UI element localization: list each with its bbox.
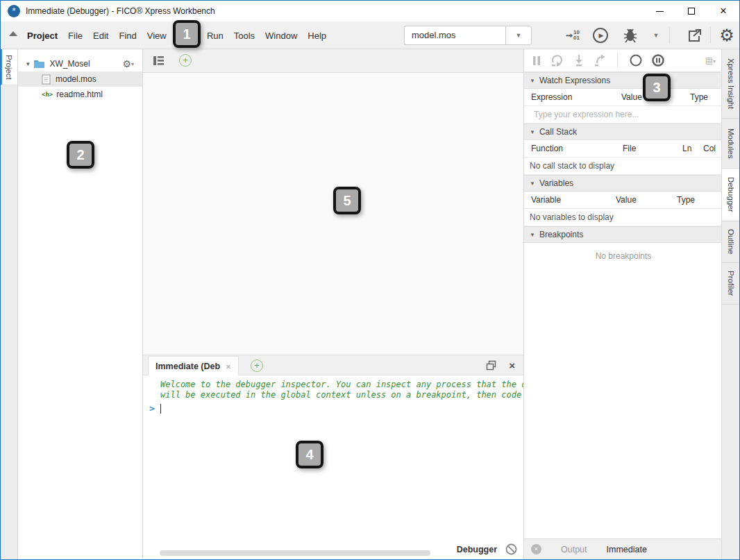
- menu-window[interactable]: Window: [265, 31, 297, 41]
- tab-outline[interactable]: Outline: [722, 221, 739, 263]
- close-icon: ×: [720, 6, 726, 17]
- collapse-menu-icon[interactable]: [9, 31, 17, 36]
- plus-icon: +: [254, 360, 260, 371]
- record-breakpoint-icon[interactable]: [629, 53, 643, 67]
- column-header: Type: [677, 195, 695, 205]
- menu-help[interactable]: Help: [308, 31, 326, 41]
- section-title: Breakpoints: [539, 230, 583, 239]
- tab-immediate-debugger[interactable]: Immediate (Deb ×: [148, 356, 239, 376]
- section-breakpoints[interactable]: ▼ Breakpoints: [524, 226, 723, 243]
- minimize-icon: [656, 11, 664, 12]
- sidebar-tab-project[interactable]: Project: [1, 49, 17, 85]
- clear-icon[interactable]: ×: [531, 544, 541, 554]
- title-bar: * Immediate (Debugger) - FICO® Xpress Wo…: [1, 1, 739, 22]
- triangle-down-icon: ▼: [530, 129, 535, 135]
- toolbar-separator: [710, 27, 711, 44]
- section-title: Call Stack: [539, 127, 577, 137]
- column-header: File: [623, 144, 636, 153]
- editor-area[interactable]: [143, 73, 523, 355]
- section-title: Watch Expressions: [539, 76, 610, 85]
- minimize-button[interactable]: [644, 1, 675, 22]
- column-header: Ln: [682, 144, 691, 153]
- console-panel[interactable]: Welcome to the debugger inspector. You c…: [143, 375, 523, 560]
- new-console-tab-button[interactable]: +: [251, 359, 263, 372]
- run-file-select[interactable]: model.mos: [404, 26, 505, 45]
- debug-button[interactable]: [619, 26, 642, 45]
- run-button[interactable]: ▶: [591, 26, 610, 45]
- tree-file-readme[interactable]: <h> readme.html: [18, 87, 142, 102]
- tab-profiler[interactable]: Profiler: [722, 263, 739, 305]
- compile-icon: ➞: [566, 31, 573, 40]
- horizontal-scrollbar[interactable]: [160, 550, 430, 556]
- restore-pane-icon[interactable]: [486, 360, 496, 371]
- debugger-toolbar: ▤▾: [524, 49, 723, 72]
- run-file-select-dropdown[interactable]: ▼: [505, 26, 532, 45]
- column-header: Variable: [531, 195, 561, 205]
- section-call-stack[interactable]: ▼ Call Stack: [524, 124, 723, 140]
- tab-output[interactable]: Output: [561, 545, 587, 554]
- section-title: Variables: [539, 178, 573, 188]
- gear-icon: ⚙: [719, 26, 734, 45]
- tab-list-icon[interactable]: [153, 56, 165, 66]
- step-into-icon[interactable]: [573, 54, 585, 67]
- project-tree-panel: ▾ XW_Mosel ⚙▾ model.mos <h> readme.html: [18, 49, 143, 559]
- settings-button[interactable]: ⚙: [716, 26, 738, 45]
- watch-expression-input[interactable]: Type your expression here...: [524, 106, 723, 124]
- project-settings-button[interactable]: ⚙▾: [122, 58, 134, 69]
- right-rail: Xpress Insight Modules Debugger Outline …: [721, 49, 739, 559]
- tab-debugger[interactable]: Debugger: [722, 169, 739, 221]
- chevron-down-icon: ▾: [131, 61, 134, 67]
- bug-icon: [622, 28, 639, 43]
- step-out-icon[interactable]: [594, 54, 606, 67]
- share-icon: [687, 28, 703, 42]
- panel-menu-icon[interactable]: ▤▾: [705, 56, 716, 65]
- menu-project[interactable]: Project: [27, 31, 58, 41]
- section-variables[interactable]: ▼ Variables: [524, 175, 723, 192]
- pause-on-exception-icon[interactable]: [651, 53, 665, 67]
- console-tab-bar: Immediate (Deb × + ×: [143, 355, 523, 375]
- column-header: Col: [703, 144, 716, 153]
- step-over-icon[interactable]: [550, 54, 564, 67]
- new-tab-button[interactable]: +: [179, 54, 192, 67]
- triangle-down-icon: ▼: [530, 232, 535, 238]
- tab-xpress-insight[interactable]: Xpress Insight: [722, 49, 739, 119]
- annotation-mark-5: 5: [333, 187, 361, 214]
- maximize-button[interactable]: [675, 1, 707, 22]
- section-watch-expressions[interactable]: ▼ Watch Expressions: [524, 72, 723, 89]
- menu-view[interactable]: View: [147, 31, 167, 41]
- debug-options-dropdown[interactable]: ▼: [649, 26, 663, 45]
- breakpoints-empty-message: No breakpoints: [524, 243, 723, 271]
- close-button[interactable]: ×: [707, 1, 739, 22]
- menu-tools[interactable]: Tools: [234, 31, 255, 41]
- close-pane-icon[interactable]: ×: [509, 360, 515, 371]
- folder-icon: [33, 59, 45, 69]
- menu-edit[interactable]: Edit: [93, 31, 108, 41]
- close-icon[interactable]: ×: [226, 362, 231, 371]
- menu-bar: Project File Edit Find View Goto Run Too…: [1, 22, 739, 49]
- tree-folder-row[interactable]: ▾ XW_Mosel ⚙▾: [18, 56, 142, 71]
- pause-icon[interactable]: [531, 55, 542, 67]
- app-logo-icon: *: [8, 5, 20, 17]
- menu-find[interactable]: Find: [119, 31, 136, 41]
- menu-run[interactable]: Run: [207, 31, 224, 41]
- column-header: Expression: [531, 92, 572, 102]
- annotation-mark-4: 4: [296, 441, 323, 468]
- share-button[interactable]: [683, 26, 707, 45]
- compile-button[interactable]: ➞ 10 01: [560, 26, 585, 45]
- debugger-panel: ▤▾ ▼ Watch Expressions Expression Value …: [523, 49, 723, 559]
- tab-modules[interactable]: Modules: [722, 119, 739, 169]
- tree-file-model[interactable]: model.mos: [18, 71, 142, 87]
- console-line: will be executed in the global context u…: [160, 390, 523, 400]
- toolbar-separator: [617, 53, 618, 68]
- annotation-mark-3: 3: [643, 74, 671, 101]
- chevron-down-icon[interactable]: ▾: [26, 60, 30, 67]
- left-rail: Project: [1, 49, 18, 559]
- menu-file[interactable]: File: [68, 31, 83, 41]
- column-header: Type: [690, 92, 708, 102]
- syntax-mode-label[interactable]: Debugger: [457, 545, 497, 554]
- tree-file-label: model.mos: [56, 74, 96, 84]
- folder-label: XW_Mosel: [50, 59, 90, 69]
- sidebar-tab-project-label: Project: [5, 55, 13, 80]
- annotation-mark-2: 2: [67, 141, 94, 169]
- tab-immediate[interactable]: Immediate: [607, 545, 647, 554]
